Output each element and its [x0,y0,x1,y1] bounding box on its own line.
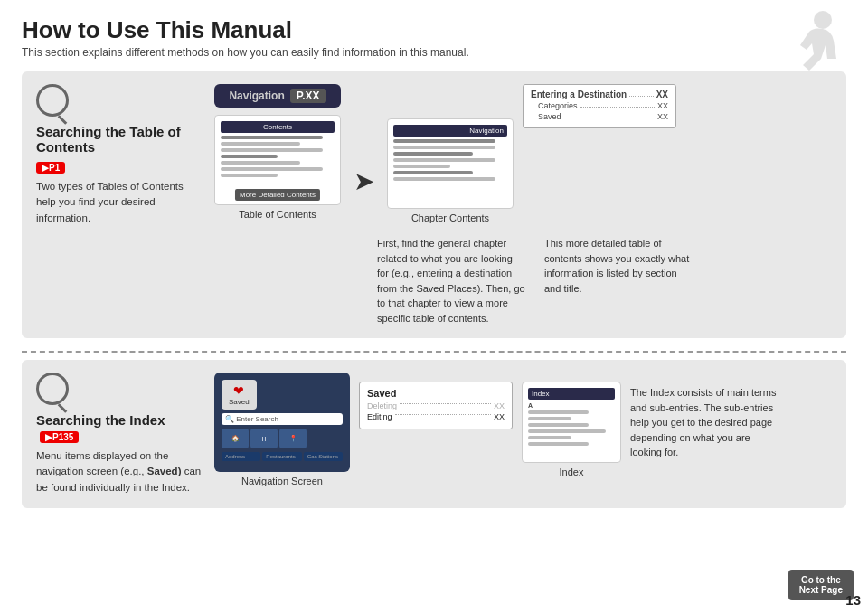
next-page-button[interactable]: Go to the Next Page [788,570,854,600]
sections-container: Searching the Table of Contents ▶P1 Two … [22,71,846,515]
arrow-spacer [350,232,368,325]
nav-screen-top: ❤ Saved [222,380,343,410]
saved-deleting-row: Deleting XX [367,401,505,410]
index-mock: Index A [522,382,621,463]
restaurants-tab[interactable]: Restaurants [262,452,301,461]
section1-top-row: Navigation P.XX Contents [214,84,832,223]
search-icon [36,84,69,117]
section2-title: Searching the Index [36,412,165,428]
dots [629,87,654,97]
chapter-line [393,146,495,149]
toc-label: Table of Contents [239,209,316,220]
section2-body: Searching the Index ▶P135 Menu items dis… [36,373,832,495]
toc-line [221,161,300,165]
toc-mock: Contents More Detailed Contents [214,115,341,205]
dots [564,109,655,118]
section1-descs: First, find the general chapter related … [214,232,832,325]
index-letter-a: A [528,402,615,409]
page-title: How to Use This Manual [22,16,846,44]
chapter-line [393,165,450,168]
saved-text: Saved [229,398,250,406]
toc-index-column: Entering a Destination XX Categories XX [523,84,676,128]
chapter-line [393,177,495,181]
section2-visuals: ❤ Saved 🔍 Enter Search 🏠 H 📍 [214,373,832,495]
chapter-desc-col: This more detailed table of contents sho… [544,232,693,325]
honda-icon[interactable]: H [250,429,278,448]
chapter-line [393,152,473,156]
person-figure-icon [769,9,841,72]
section1-box: Searching the Table of Contents ▶P1 Two … [22,71,846,338]
nav-tag: Navigation P.XX [214,84,340,108]
section1-left: Searching the Table of Contents ▶P1 Two … [36,84,203,325]
section2-box: Searching the Index ▶P135 Menu items dis… [22,360,846,508]
svg-point-0 [814,11,832,29]
toc-desc-col: First, find the general chapter related … [377,232,526,325]
index-line [528,442,589,446]
places-icon[interactable]: 📍 [279,429,307,448]
section1-body: Searching the Table of Contents ▶P1 Two … [36,84,832,325]
toc-index-box: Entering a Destination XX Categories XX [523,84,676,128]
index-line [528,423,589,427]
chapter-mock-title: Navigation [393,125,507,137]
heart-icon: ❤ [233,383,244,398]
section2-header [36,373,203,405]
nav-screen-icons: 🏠 H 📍 [222,429,343,448]
nav-screen-label: Navigation Screen [241,476,323,486]
section1-title: Searching the Table of Contents [36,124,181,155]
toc-index-row-3: Saved XX [531,112,668,121]
index-line [528,436,571,439]
section2-badge: ▶P135 [40,431,79,443]
saved-heart-area: ❤ Saved [222,380,257,410]
nav-bottom-tabs: Address Restaurants Gas Stations [222,452,343,461]
nav-tag-text: Navigation [229,90,284,102]
toc-line [221,167,323,171]
section1-badge: ▶P1 [36,162,65,174]
next-page-line1: Go to the [801,575,841,585]
toc-desc-spacer [214,232,341,325]
dots [395,414,491,415]
saved-index-box: Saved Deleting XX Editing XX [359,382,513,429]
saved-editing-row: Editing XX [367,412,505,421]
search-icon-2 [36,373,69,405]
arrow-icon: ➤ [354,166,374,196]
toc-line [221,155,278,158]
next-page-line2: Next Page [799,585,843,595]
page-number: 13 [845,592,861,608]
address-tab[interactable]: Address [222,452,260,461]
nav-tag-page: P.XX [290,89,326,103]
index-title: Index [528,388,615,400]
index-line [528,417,571,420]
chapter-line [393,158,495,162]
toc-line [221,136,323,139]
index-line [528,410,589,414]
dots [580,99,655,108]
page: How to Use This Manual This section expl… [0,0,868,613]
nav-screen-column: ❤ Saved 🔍 Enter Search 🏠 H 📍 [214,373,350,486]
toc-mock-title: Contents [221,121,335,133]
section-divider [22,351,846,353]
section1-description: Two types of Tables of Contents help you… [36,179,203,226]
chapter-mock: Navigation [387,118,514,209]
chapter-description: This more detailed table of contents sho… [544,236,693,296]
index-desc-column: The Index consists of main terms and sub… [630,382,779,460]
section2-left: Searching the Index ▶P135 Menu items dis… [36,373,203,495]
toc-line [221,148,323,152]
dots [400,403,491,404]
section1-header [36,84,203,117]
gas-tab[interactable]: Gas Stations [304,452,343,461]
index-label: Index [560,467,584,477]
toc-line [221,174,278,177]
toc-description: First, find the general chapter related … [377,236,526,325]
page-subtitle: This section explains different methods … [22,46,846,59]
index-column: Index A Index [522,373,621,477]
more-detail-label: More Detailed Contents [235,189,320,201]
index-description: The Index consists of main terms and sub… [630,385,779,460]
chapter-line [393,139,495,143]
go-home-icon[interactable]: 🏠 [222,429,249,448]
toc-line [221,142,300,146]
section1-visuals: Navigation P.XX Contents [214,84,832,325]
toc-column: Navigation P.XX Contents [214,84,341,220]
index-line [528,429,606,433]
saved-index-title: Saved [367,388,505,399]
chapter-line [393,171,473,174]
